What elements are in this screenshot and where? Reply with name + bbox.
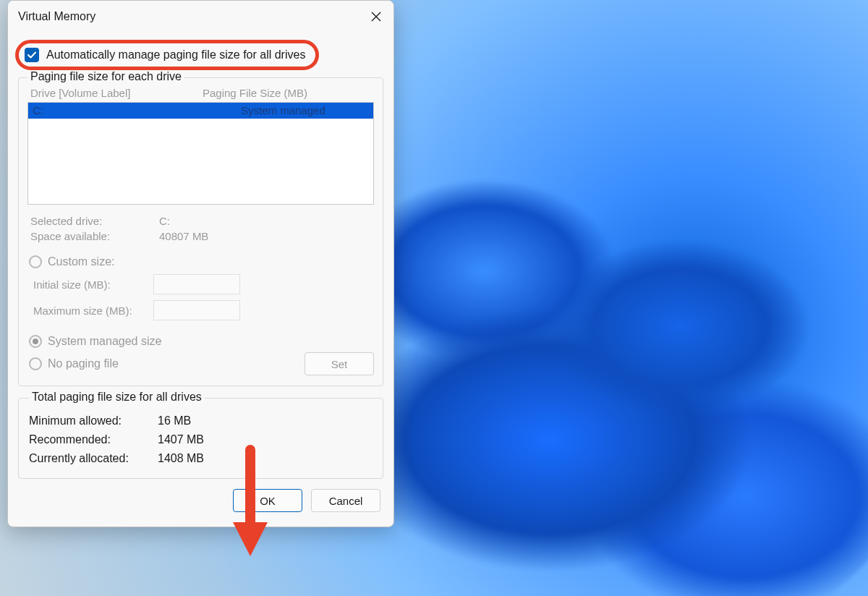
group-legend-total: Total paging file size for all drives bbox=[29, 391, 205, 404]
svg-marker-1 bbox=[233, 522, 268, 556]
recommended-row: Recommended: 1407 MB bbox=[29, 430, 373, 449]
drive-list[interactable]: C: System managed bbox=[27, 102, 374, 205]
drive-row-label: C: bbox=[33, 103, 241, 119]
set-button[interactable]: Set bbox=[305, 352, 374, 375]
dialog-titlebar: Virtual Memory bbox=[8, 1, 393, 33]
close-icon bbox=[371, 12, 381, 22]
initial-size-row: Initial size (MB): bbox=[27, 271, 374, 297]
dialog-button-row: OK Cancel bbox=[18, 479, 383, 515]
system-managed-radio[interactable] bbox=[29, 335, 42, 348]
selected-drive-value: C: bbox=[159, 215, 170, 227]
initial-size-label: Initial size (MB): bbox=[33, 278, 153, 291]
dialog-title: Virtual Memory bbox=[18, 10, 95, 23]
minimum-allowed-label: Minimum allowed: bbox=[29, 414, 158, 427]
system-managed-label: System managed size bbox=[48, 335, 161, 348]
custom-size-radio-row[interactable]: Custom size: bbox=[27, 252, 374, 271]
ok-button[interactable]: OK bbox=[233, 489, 302, 512]
selected-drive-label: Selected drive: bbox=[30, 215, 159, 227]
system-managed-radio-row[interactable]: System managed size bbox=[27, 332, 374, 351]
annotation-highlight: Automatically manage paging file size fo… bbox=[15, 40, 319, 70]
paging-per-drive-group: Paging file size for each drive Drive [V… bbox=[18, 77, 383, 386]
space-available-row: Space available: 40807 MB bbox=[27, 229, 374, 244]
group-legend-each-drive: Paging file size for each drive bbox=[27, 70, 184, 83]
currently-allocated-value: 1408 MB bbox=[158, 452, 204, 465]
initial-size-input[interactable] bbox=[153, 274, 240, 294]
no-paging-radio-row[interactable]: No paging file bbox=[27, 354, 305, 373]
drive-list-header: Drive [Volume Label] Paging File Size (M… bbox=[27, 87, 374, 102]
currently-allocated-label: Currently allocated: bbox=[29, 452, 158, 465]
custom-size-radio[interactable] bbox=[29, 255, 42, 268]
currently-allocated-row: Currently allocated: 1408 MB bbox=[29, 449, 373, 468]
auto-manage-label: Automatically manage paging file size fo… bbox=[46, 48, 305, 61]
no-paging-label: No paging file bbox=[48, 357, 119, 370]
selected-drive-row: Selected drive: C: bbox=[27, 213, 374, 229]
column-drive: Drive [Volume Label] bbox=[30, 87, 203, 99]
minimum-allowed-row: Minimum allowed: 16 MB bbox=[29, 412, 373, 430]
maximum-size-label: Maximum size (MB): bbox=[33, 305, 153, 317]
close-button[interactable] bbox=[366, 7, 386, 27]
drive-row-size: System managed bbox=[241, 103, 369, 119]
space-available-value: 40807 MB bbox=[159, 230, 208, 242]
minimum-allowed-value: 16 MB bbox=[158, 414, 191, 427]
maximum-size-row: Maximum size (MB): bbox=[27, 297, 374, 323]
cancel-button[interactable]: Cancel bbox=[311, 489, 380, 512]
custom-size-label: Custom size: bbox=[48, 255, 114, 268]
recommended-label: Recommended: bbox=[29, 433, 158, 446]
check-icon bbox=[27, 50, 37, 60]
no-paging-radio[interactable] bbox=[29, 357, 42, 370]
maximum-size-input[interactable] bbox=[153, 300, 240, 320]
dialog-body: Automatically manage paging file size fo… bbox=[8, 33, 393, 527]
auto-manage-checkbox[interactable] bbox=[25, 48, 39, 62]
virtual-memory-dialog: Virtual Memory Automatically manage pagi… bbox=[7, 0, 394, 527]
drive-row[interactable]: C: System managed bbox=[28, 103, 373, 119]
desktop: Virtual Memory Automatically manage pagi… bbox=[0, 0, 868, 596]
total-paging-group: Total paging file size for all drives Mi… bbox=[18, 398, 383, 479]
space-available-label: Space available: bbox=[30, 230, 159, 242]
recommended-value: 1407 MB bbox=[158, 433, 204, 446]
column-size: Paging File Size (MB) bbox=[203, 87, 371, 99]
